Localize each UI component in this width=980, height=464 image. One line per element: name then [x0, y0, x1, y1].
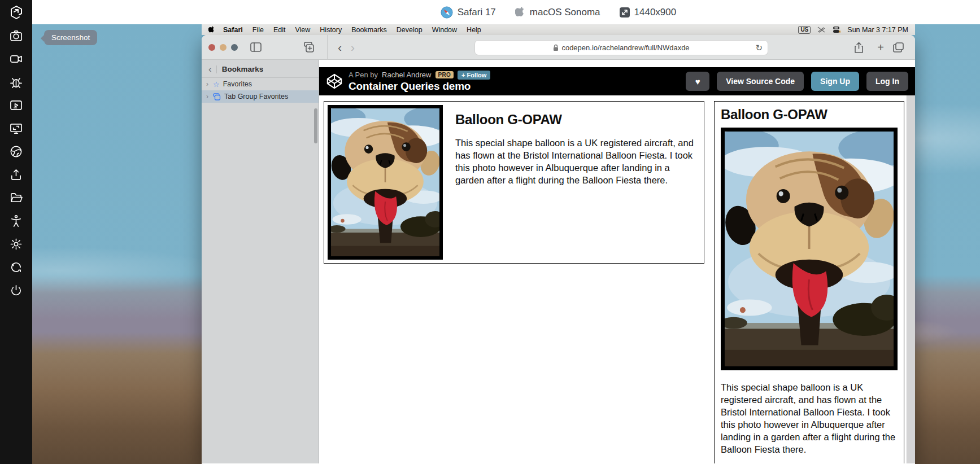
balloon-card-wide: Balloon G-OPAW This special shape balloo…: [324, 101, 704, 264]
browser-label: Safari 17: [458, 7, 496, 18]
codepen-logo-icon[interactable]: [326, 73, 343, 90]
bookmark-row-label: Tab Group Favorites: [224, 93, 288, 100]
page-scrollbar-track[interactable]: [907, 95, 915, 463]
card-text-column: Balloon G-OPAW This special shape balloo…: [443, 105, 700, 260]
menu-safari[interactable]: Safari: [223, 26, 243, 34]
card-heading: Balloon G-OPAW: [721, 107, 898, 122]
traffic-lights: [208, 44, 238, 51]
virtual-screen: Safari File Edit View History Bookmarks …: [202, 24, 915, 464]
browser-label-group: Safari 17: [441, 6, 496, 19]
accessibility-icon[interactable]: [9, 213, 24, 228]
tab-group-icon: [213, 93, 221, 100]
log-in-button[interactable]: Log In: [866, 72, 908, 91]
bookmarks-header: ‹ Bookmarks: [202, 60, 319, 77]
card-paragraph: This special shape balloon is a UK regis…: [721, 382, 898, 456]
disclosure-icon[interactable]: ›: [206, 93, 213, 100]
menu-develop[interactable]: Develop: [397, 26, 423, 34]
lock-icon: [553, 44, 559, 51]
menu-view[interactable]: View: [295, 26, 310, 34]
resolution-icon: [620, 7, 630, 17]
resolution-label: 1440x900: [634, 7, 677, 18]
zoom-window-button[interactable]: [231, 44, 238, 51]
menu-window[interactable]: Window: [432, 26, 457, 34]
pen-byline: A Pen by Rachel Andrew PRO + Follow: [349, 71, 490, 80]
resolution-label-group: 1440x900: [620, 7, 677, 18]
card-heading: Balloon G-OPAW: [455, 112, 695, 128]
apple-menu-icon[interactable]: [208, 26, 215, 34]
bookmark-row-tab-group-favorites[interactable]: › Tab Group Favorites: [202, 90, 319, 103]
menubar-clock[interactable]: Sun Mar 3 7:17 PM: [847, 26, 908, 34]
bookmarks-title: Bookmarks: [222, 65, 264, 73]
sidebar-header-divider: [216, 65, 217, 73]
view-source-button[interactable]: View Source Code: [717, 72, 804, 91]
bug-icon[interactable]: [9, 75, 24, 89]
disclosure-icon[interactable]: ›: [206, 80, 213, 88]
bookmarks-sidebar: ‹ Bookmarks › ☆ Favorites › Tab Group Fa…: [202, 60, 319, 463]
favorites-star-icon: ☆: [213, 80, 220, 89]
video-record-icon[interactable]: [9, 51, 24, 66]
byline-prefix: A Pen by: [349, 71, 378, 79]
page-content: A Pen by Rachel Andrew PRO + Follow Cont…: [319, 60, 915, 463]
apple-icon-gray: [515, 6, 525, 18]
screen-recorder-icon[interactable]: [9, 98, 24, 112]
card-paragraph: This special shape balloon is a UK regis…: [455, 137, 695, 187]
sidebar-back-icon[interactable]: ‹: [208, 64, 212, 74]
pen-meta: A Pen by Rachel Andrew PRO + Follow Cont…: [349, 71, 490, 93]
safari-window: ‹ › codepen.io/rachelandrew/full/NWdaxde…: [202, 35, 915, 464]
toolbar-right-group: +: [854, 35, 908, 60]
pen-title: Container Queries demo: [349, 80, 490, 93]
folder-icon[interactable]: [9, 190, 24, 205]
settings-gear-icon[interactable]: [9, 237, 24, 251]
app-logo-icon[interactable]: [9, 5, 24, 20]
pro-badge: PRO: [435, 71, 454, 78]
back-button[interactable]: ‹: [333, 41, 346, 53]
toolbar-separator: [327, 35, 328, 60]
upload-icon[interactable]: [9, 167, 24, 182]
sidebar-scrollbar-thumb[interactable]: [314, 108, 317, 143]
menu-history[interactable]: History: [320, 26, 342, 34]
share-icon[interactable]: [854, 42, 864, 53]
love-button[interactable]: ♥: [686, 72, 709, 91]
pencil-slash-icon[interactable]: [817, 26, 826, 33]
menu-help[interactable]: Help: [467, 26, 481, 34]
tab-group-add-icon[interactable]: [303, 42, 315, 52]
status-record-icon[interactable]: [833, 26, 840, 33]
screenshot-camera-icon[interactable]: [9, 28, 24, 43]
pen-author-link[interactable]: Rachel Andrew: [382, 71, 431, 79]
balloon-card-narrow: Balloon G-OPAW This special shape balloo…: [714, 101, 904, 463]
minimize-window-button[interactable]: [220, 44, 227, 51]
environment-labels: Safari 17 macOS Sonoma 1440x900: [202, 0, 915, 24]
demo-body: Balloon G-OPAW This special shape balloo…: [319, 95, 915, 463]
sync-icon[interactable]: [9, 260, 24, 274]
new-tab-icon[interactable]: +: [877, 42, 884, 53]
globe-icon[interactable]: [9, 144, 24, 159]
os-label-group: macOS Sonoma: [515, 6, 600, 18]
os-label: macOS Sonoma: [530, 7, 600, 18]
page-top-gap: [319, 60, 915, 67]
url-text: codepen.io/rachelandrew/full/NWdaxde: [561, 43, 689, 52]
menu-file[interactable]: File: [252, 26, 264, 34]
bookmark-row-favorites[interactable]: › ☆ Favorites: [202, 78, 319, 90]
reload-icon[interactable]: ↻: [755, 43, 763, 53]
sidebar-toggle-icon[interactable]: [250, 42, 262, 52]
macos-menubar: Safari File Edit View History Bookmarks …: [202, 24, 915, 35]
forward-button[interactable]: ›: [346, 41, 359, 53]
tab-overview-icon[interactable]: [893, 42, 904, 52]
safari-toolbar: ‹ › codepen.io/rachelandrew/full/NWdaxde…: [202, 35, 915, 60]
balloon-photo: [721, 128, 898, 370]
pen-header-actions: ♥ View Source Code Sign Up Log In: [686, 72, 908, 91]
balloon-photo: [328, 105, 443, 260]
responsive-display-icon[interactable]: [9, 121, 24, 135]
menu-edit[interactable]: Edit: [273, 26, 286, 34]
power-icon[interactable]: [9, 283, 24, 297]
keyboard-layout-badge[interactable]: US: [798, 26, 811, 34]
bookmark-row-label: Favorites: [223, 80, 252, 88]
menu-bookmarks[interactable]: Bookmarks: [351, 26, 387, 34]
follow-button[interactable]: + Follow: [458, 71, 490, 80]
safari-icon: [441, 6, 453, 19]
screenshot-tooltip: Screenshot: [44, 30, 97, 45]
address-bar[interactable]: codepen.io/rachelandrew/full/NWdaxde ↻: [474, 40, 768, 55]
close-window-button[interactable]: [208, 44, 215, 51]
sign-up-button[interactable]: Sign Up: [811, 72, 859, 91]
tool-rail: [0, 0, 32, 464]
